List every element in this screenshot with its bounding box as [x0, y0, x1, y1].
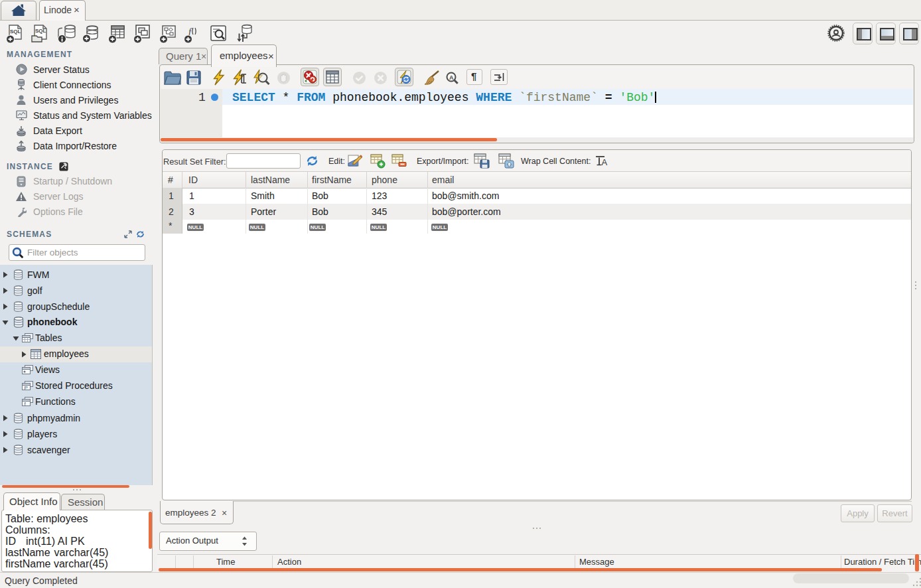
svg-text:SQL: SQL: [35, 28, 46, 34]
svg-text:P: P: [25, 385, 28, 391]
svg-text:SQL: SQL: [10, 29, 21, 35]
svg-text:A: A: [449, 74, 454, 81]
svg-text:A: A: [602, 157, 608, 167]
